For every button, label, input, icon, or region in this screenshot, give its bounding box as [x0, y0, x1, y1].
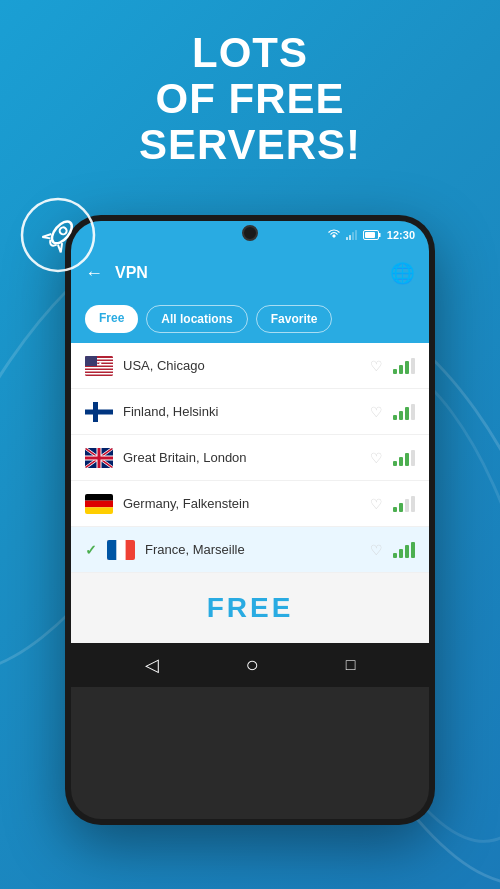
header-line1: Lots: [192, 29, 308, 76]
server-item-germany[interactable]: Germany, Falkenstein ♡: [71, 481, 429, 527]
svg-rect-9: [365, 232, 375, 238]
svg-rect-14: [85, 367, 113, 369]
tab-all-locations[interactable]: All locations: [146, 305, 247, 333]
svg-rect-24: [85, 500, 113, 507]
svg-rect-6: [355, 230, 357, 240]
signal-usa: [393, 358, 415, 374]
favorite-finland[interactable]: ♡: [370, 404, 383, 420]
flag-germany: [85, 494, 113, 514]
favorite-uk[interactable]: ♡: [370, 450, 383, 466]
status-bar: 12:30: [71, 221, 429, 249]
free-label: FREE: [207, 592, 294, 624]
signal-france: [393, 542, 415, 558]
signal-finland: [393, 404, 415, 420]
app-title: VPN: [115, 264, 378, 282]
nav-recent-button[interactable]: □: [346, 656, 356, 674]
flag-finland: [85, 402, 113, 422]
svg-rect-23: [85, 494, 113, 501]
time-display: 12:30: [387, 229, 415, 241]
svg-rect-8: [378, 233, 380, 237]
globe-button[interactable]: 🌐: [390, 261, 415, 285]
header-line3: servers!: [139, 121, 361, 168]
svg-rect-15: [85, 370, 113, 372]
server-list: ★★★★ USA, Chicago ♡: [71, 343, 429, 643]
tab-bar: Free All locations Favorite: [71, 297, 429, 343]
svg-text:★★★★: ★★★★: [86, 360, 103, 366]
flag-uk: [85, 448, 113, 468]
signal-germany: [393, 496, 415, 512]
nav-home-button[interactable]: ○: [246, 652, 259, 678]
svg-point-0: [22, 199, 94, 271]
svg-rect-21: [93, 402, 98, 422]
server-item-france[interactable]: ✓ France, Marseille ♡: [71, 527, 429, 573]
svg-rect-17: [85, 356, 97, 366]
server-name-germany: Germany, Falkenstein: [123, 496, 360, 511]
tab-favorite[interactable]: Favorite: [256, 305, 333, 333]
flag-france: [107, 540, 135, 560]
phone-screen: 12:30 ← VPN 🌐 Free All locations Favorit…: [71, 221, 429, 819]
header-text: Lots of free servers!: [0, 30, 500, 169]
favorite-france[interactable]: ♡: [370, 542, 383, 558]
svg-point-2: [58, 226, 68, 236]
server-item-usa[interactable]: ★★★★ USA, Chicago ♡: [71, 343, 429, 389]
favorite-usa[interactable]: ♡: [370, 358, 383, 374]
svg-point-1: [48, 218, 75, 247]
favorite-germany[interactable]: ♡: [370, 496, 383, 512]
svg-rect-16: [85, 373, 113, 375]
server-name-finland: Finland, Helsinki: [123, 404, 360, 419]
bottom-nav: ◁ ○ □: [71, 643, 429, 687]
server-item-uk[interactable]: Great Britain, London ♡: [71, 435, 429, 481]
nav-back-button[interactable]: ◁: [145, 654, 159, 676]
server-name-france: France, Marseille: [145, 542, 360, 557]
flag-usa: ★★★★: [85, 356, 113, 376]
free-label-area: FREE: [71, 573, 429, 643]
svg-rect-3: [346, 237, 348, 240]
svg-rect-4: [349, 235, 351, 240]
app-bar: ← VPN 🌐: [71, 249, 429, 297]
svg-rect-28: [107, 540, 116, 560]
selected-checkmark: ✓: [85, 542, 97, 558]
signal-uk: [393, 450, 415, 466]
header-line2: of free: [155, 75, 344, 122]
svg-rect-20: [85, 409, 113, 414]
server-name-usa: USA, Chicago: [123, 358, 360, 373]
rocket-icon: [18, 195, 98, 275]
status-icons: 12:30: [327, 229, 415, 241]
svg-rect-5: [352, 232, 354, 240]
tab-free[interactable]: Free: [85, 305, 138, 333]
server-name-uk: Great Britain, London: [123, 450, 360, 465]
camera-dot: [242, 225, 258, 241]
svg-rect-25: [85, 507, 113, 514]
phone-mockup: 12:30 ← VPN 🌐 Free All locations Favorit…: [65, 215, 435, 825]
server-item-finland[interactable]: Finland, Helsinki ♡: [71, 389, 429, 435]
